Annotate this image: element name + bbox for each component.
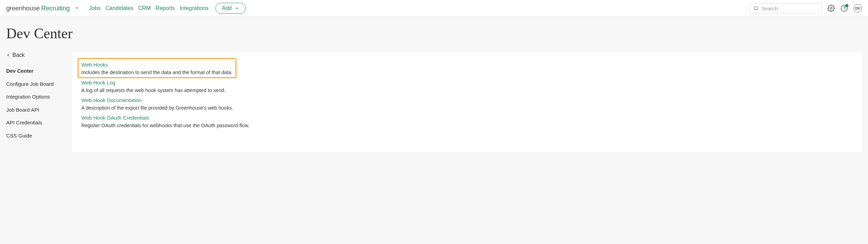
- sidebar-item-css-guide[interactable]: CSS Guide: [6, 129, 65, 142]
- content: Back Dev Center Configure Job Board Inte…: [0, 52, 868, 152]
- list-item: Web Hooks Includes the destination to se…: [81, 62, 233, 75]
- avatar-initials: DK: [855, 7, 860, 10]
- sidebar-item-integration-options[interactable]: Integration Options: [6, 90, 65, 103]
- sidebar-item-configure-job-board[interactable]: Configure Job Board: [6, 78, 65, 91]
- item-description: A description of the export file provide…: [81, 105, 852, 111]
- list-item: Web Hook Documentation A description of …: [81, 97, 852, 111]
- highlight-box: Web Hooks Includes the destination to se…: [78, 58, 236, 78]
- svg-line-1: [757, 9, 758, 10]
- search-input[interactable]: [761, 6, 818, 11]
- header-right: DK: [749, 3, 862, 13]
- link-web-hook-log[interactable]: Web Hook Log: [81, 80, 115, 85]
- item-description: Includes the destination to send the dat…: [81, 70, 233, 75]
- chevron-left-icon: [6, 53, 10, 57]
- chevron-down-icon: [234, 6, 239, 11]
- main-nav: Jobs Candidates CRM Reports Integrations: [89, 5, 209, 11]
- nav-reports[interactable]: Reports: [155, 5, 175, 11]
- item-description: Register OAuth credentials for webhooks …: [81, 123, 852, 128]
- back-link[interactable]: Back: [6, 52, 65, 58]
- sidebar: Back Dev Center Configure Job Board Inte…: [6, 52, 65, 152]
- logo[interactable]: greenhouse Recruiting: [6, 4, 70, 12]
- logo-brand: greenhouse: [6, 4, 40, 12]
- app-header: greenhouse Recruiting Jobs Candidates CR…: [0, 0, 868, 17]
- logo-product: Recruiting: [41, 4, 70, 12]
- search-icon: [753, 5, 759, 11]
- item-description: A log of all requests the web hook syste…: [81, 88, 852, 93]
- help-icon[interactable]: [840, 4, 848, 12]
- link-web-hooks[interactable]: Web Hooks: [81, 62, 108, 68]
- chevron-down-icon[interactable]: [74, 6, 79, 11]
- svg-point-2: [830, 7, 832, 9]
- list-item: Web Hook Log A log of all requests the w…: [81, 80, 852, 93]
- back-label: Back: [12, 52, 25, 58]
- link-web-hook-oauth-credentials[interactable]: Web Hook OAuth Credentials: [81, 115, 149, 121]
- list-item: Web Hook OAuth Credentials Register OAut…: [81, 115, 852, 128]
- avatar[interactable]: DK: [854, 4, 862, 12]
- svg-point-0: [754, 7, 757, 10]
- sidebar-item-job-board-api[interactable]: Job Board API: [6, 103, 65, 116]
- add-button-label: Add: [222, 5, 232, 11]
- gear-icon[interactable]: [827, 4, 835, 12]
- sidebar-list: Dev Center Configure Job Board Integrati…: [6, 64, 65, 142]
- nav-integrations[interactable]: Integrations: [180, 5, 209, 11]
- nav-candidates[interactable]: Candidates: [105, 5, 133, 11]
- page-title: Dev Center: [0, 17, 868, 52]
- sidebar-item-api-credentials[interactable]: API Credentials: [6, 116, 65, 129]
- sidebar-item-dev-center[interactable]: Dev Center: [6, 64, 65, 78]
- add-button[interactable]: Add: [215, 3, 246, 14]
- link-web-hook-documentation[interactable]: Web Hook Documentation: [81, 97, 142, 103]
- notification-dot-icon: [845, 4, 848, 7]
- search-box[interactable]: [749, 3, 822, 13]
- nav-jobs[interactable]: Jobs: [89, 5, 101, 11]
- main-panel: Web Hooks Includes the destination to se…: [72, 52, 862, 152]
- nav-crm[interactable]: CRM: [138, 5, 151, 11]
